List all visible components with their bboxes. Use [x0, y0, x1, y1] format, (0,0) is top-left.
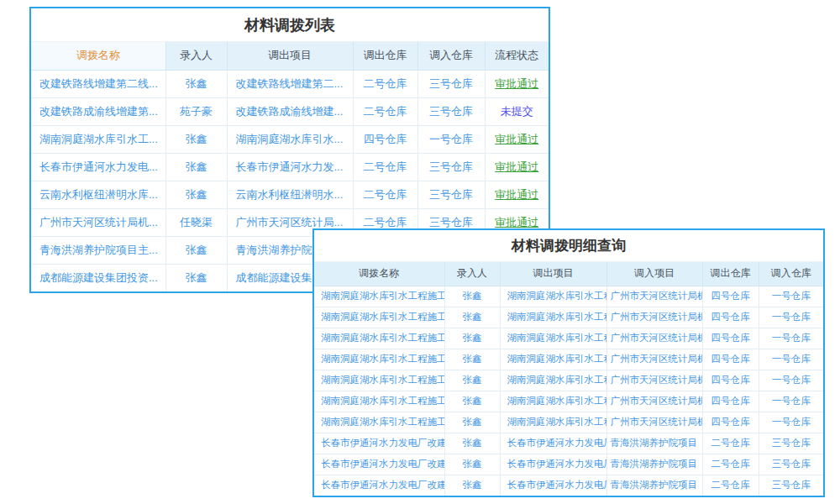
table-row[interactable]: 长春市伊通河水力发电厂改建工张鑫长春市伊通河水力发电厂改青海洪湖养护院项目二号仓…: [314, 433, 823, 454]
cell-out-wh: 二号仓库: [353, 97, 417, 125]
cell-name: 青海洪湖养护院项目主...: [31, 236, 165, 264]
column-header-3[interactable]: 调出项目: [227, 42, 353, 70]
status-link[interactable]: 审批通过: [495, 160, 538, 173]
column-header-2[interactable]: 录入人: [444, 262, 500, 286]
cell-person: 任晓渠: [165, 208, 227, 236]
cell-out-wh: 四号仓库: [702, 328, 759, 349]
status-link[interactable]: 审批通过: [495, 216, 538, 228]
cell-in-wh: 三号仓库: [417, 181, 485, 208]
cell-out-project: 长春市伊通河水力发电厂改: [500, 454, 606, 475]
cell-in-wh: 一号仓库: [759, 286, 823, 307]
cell-out-wh: 四号仓库: [702, 391, 759, 412]
cell-person: 张鑫: [444, 370, 500, 391]
transfer-detail-table: 调拨名称录入人调出项目调入项目调出仓库调入仓库 湖南洞庭湖水库引水工程施工标张鑫…: [314, 262, 823, 496]
table-row[interactable]: 湖南洞庭湖水库引水工程施工标张鑫湖南洞庭湖水库引水工程施广州市天河区统计局机关四…: [314, 286, 823, 307]
table-row[interactable]: 长春市伊通河水力发电厂改建工张鑫长春市伊通河水力发电厂改青海洪湖养护院项目二号仓…: [314, 475, 823, 496]
status-link[interactable]: 审批通过: [495, 188, 538, 201]
cell-in-project: 广州市天河区统计局机关: [606, 412, 702, 433]
transfer-list-title: 材料调拨列表: [31, 8, 549, 42]
column-header-1[interactable]: 调拨名称: [314, 262, 444, 286]
cell-out-wh: 二号仓库: [353, 70, 417, 97]
cell-in-project: 广州市天河区统计局机关: [606, 391, 702, 412]
cell-project: 改建铁路线增建第二...: [227, 70, 353, 97]
column-header-5[interactable]: 调出仓库: [702, 262, 759, 286]
table-row[interactable]: 湖南洞庭湖水库引水工程施工标张鑫湖南洞庭湖水库引水工程施广州市天河区统计局机关四…: [314, 412, 823, 433]
cell-name: 长春市伊通河水力发电厂改建工: [314, 454, 444, 475]
cell-out-wh: 二号仓库: [702, 475, 759, 496]
cell-in-project: 广州市天河区统计局机关: [606, 370, 702, 391]
cell-person: 张鑫: [444, 349, 500, 370]
column-header-5[interactable]: 调入仓库: [417, 42, 485, 70]
cell-project: 云南水利枢纽潜明水...: [227, 181, 353, 208]
cell-in-wh: 三号仓库: [417, 153, 485, 181]
column-header-6[interactable]: 调入仓库: [759, 262, 823, 286]
cell-name: 长春市伊通河水力发电厂改建工: [314, 433, 444, 454]
cell-name: 湖南洞庭湖水库引水工程施工标: [314, 307, 444, 328]
table-row[interactable]: 改建铁路线增建第二线...张鑫改建铁路线增建第二...二号仓库三号仓库审批通过: [31, 70, 549, 97]
cell-out-wh: 四号仓库: [702, 370, 759, 391]
table-row[interactable]: 湖南洞庭湖水库引水工程施工标张鑫湖南洞庭湖水库引水工程施广州市天河区统计局机关四…: [314, 307, 823, 328]
table-row[interactable]: 湖南洞庭湖水库引水工...张鑫湖南洞庭湖水库引水...四号仓库一号仓库审批通过: [31, 125, 549, 153]
cell-person: 张鑫: [444, 412, 500, 433]
cell-status: 审批通过: [485, 70, 549, 97]
cell-out-project: 湖南洞庭湖水库引水工程施: [500, 328, 606, 349]
cell-in-wh: 一号仓库: [417, 125, 485, 153]
cell-person: 张鑫: [165, 236, 227, 264]
cell-in-wh: 三号仓库: [759, 475, 823, 496]
table-row[interactable]: 湖南洞庭湖水库引水工程施工标张鑫湖南洞庭湖水库引水工程施广州市天河区统计局机关四…: [314, 328, 823, 349]
cell-in-project: 广州市天河区统计局机关: [606, 349, 702, 370]
cell-in-wh: 一号仓库: [759, 349, 823, 370]
column-header-3[interactable]: 调出项目: [500, 262, 606, 286]
table-row[interactable]: 湖南洞庭湖水库引水工程施工标张鑫湖南洞庭湖水库引水工程施广州市天河区统计局机关四…: [314, 391, 823, 412]
table-row[interactable]: 改建铁路成渝线增建第...苑子豪改建铁路成渝线增建...二号仓库三号仓库未提交: [31, 97, 549, 125]
cell-in-project: 广州市天河区统计局机关: [606, 286, 702, 307]
cell-out-wh: 四号仓库: [702, 412, 759, 433]
cell-in-wh: 三号仓库: [417, 70, 485, 97]
cell-out-project: 长春市伊通河水力发电厂改: [500, 433, 606, 454]
cell-out-project: 湖南洞庭湖水库引水工程施: [500, 391, 606, 412]
cell-person: 张鑫: [165, 125, 227, 153]
table-row[interactable]: 湖南洞庭湖水库引水工程施工标张鑫湖南洞庭湖水库引水工程施广州市天河区统计局机关四…: [314, 349, 823, 370]
cell-name: 湖南洞庭湖水库引水工...: [31, 125, 165, 153]
column-header-1[interactable]: 调拨名称: [31, 42, 165, 70]
cell-person: 张鑫: [165, 70, 227, 97]
cell-in-wh: 三号仓库: [759, 433, 823, 454]
cell-in-wh: 一号仓库: [759, 307, 823, 328]
table-row[interactable]: 长春市伊通河水力发电...张鑫长春市伊通河水力发...二号仓库三号仓库审批通过: [31, 153, 549, 181]
column-header-4[interactable]: 调入项目: [606, 262, 702, 286]
cell-out-wh: 四号仓库: [353, 125, 417, 153]
cell-person: 张鑫: [444, 391, 500, 412]
cell-name: 湖南洞庭湖水库引水工程施工标: [314, 328, 444, 349]
status-link[interactable]: 审批通过: [495, 77, 538, 90]
cell-in-wh: 一号仓库: [759, 370, 823, 391]
transfer-detail-title: 材料调拨明细查询: [314, 230, 823, 262]
cell-name: 云南水利枢纽潜明水库...: [31, 181, 165, 208]
cell-in-wh: 三号仓库: [417, 97, 485, 125]
table-row[interactable]: 云南水利枢纽潜明水库...张鑫云南水利枢纽潜明水...二号仓库三号仓库审批通过: [31, 181, 549, 208]
column-header-2[interactable]: 录入人: [165, 42, 227, 70]
cell-person: 张鑫: [444, 286, 500, 307]
cell-out-wh: 四号仓库: [702, 286, 759, 307]
cell-out-project: 湖南洞庭湖水库引水工程施: [500, 307, 606, 328]
status-link[interactable]: 审批通过: [495, 133, 538, 145]
table-row[interactable]: 湖南洞庭湖水库引水工程施工标张鑫湖南洞庭湖水库引水工程施广州市天河区统计局机关四…: [314, 370, 823, 391]
cell-person: 张鑫: [444, 328, 500, 349]
column-header-4[interactable]: 调出仓库: [353, 42, 417, 70]
cell-name: 湖南洞庭湖水库引水工程施工标: [314, 412, 444, 433]
status-link[interactable]: 未提交: [501, 105, 533, 118]
table-row[interactable]: 长春市伊通河水力发电厂改建工张鑫长春市伊通河水力发电厂改青海洪湖养护院项目二号仓…: [314, 454, 823, 475]
column-header-6[interactable]: 流程状态: [485, 42, 549, 70]
cell-name: 长春市伊通河水力发电...: [31, 153, 165, 181]
cell-project: 长春市伊通河水力发...: [227, 153, 353, 181]
cell-status: 审批通过: [485, 181, 549, 208]
cell-person: 张鑫: [444, 433, 500, 454]
transfer-list-header-row: 调拨名称录入人调出项目调出仓库调入仓库流程状态: [31, 42, 549, 70]
cell-name: 湖南洞庭湖水库引水工程施工标: [314, 286, 444, 307]
cell-out-wh: 二号仓库: [702, 433, 759, 454]
cell-in-project: 青海洪湖养护院项目: [606, 454, 702, 475]
cell-in-project: 青海洪湖养护院项目: [606, 433, 702, 454]
transfer-detail-header-row: 调拨名称录入人调出项目调入项目调出仓库调入仓库: [314, 262, 823, 286]
cell-name: 改建铁路成渝线增建第...: [31, 97, 165, 125]
cell-name: 湖南洞庭湖水库引水工程施工标: [314, 349, 444, 370]
cell-out-project: 湖南洞庭湖水库引水工程施: [500, 370, 606, 391]
